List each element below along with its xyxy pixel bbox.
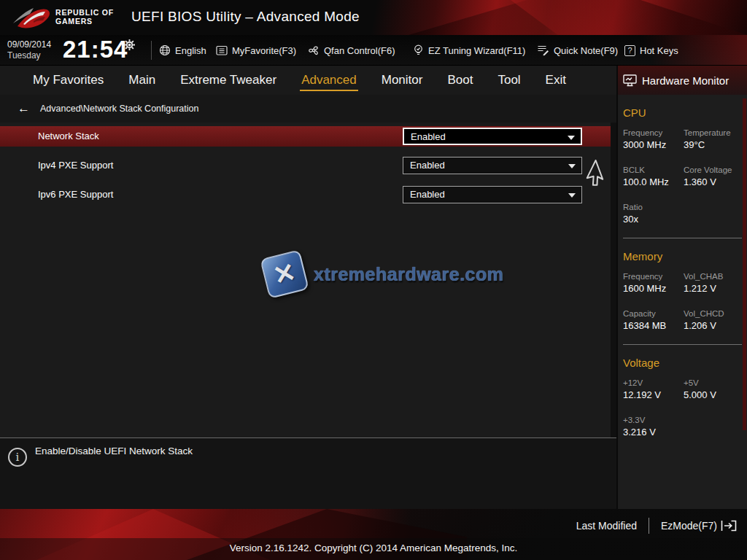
tab-tool[interactable]: Tool <box>485 66 533 95</box>
datetime-display: 09/09/2014 Tuesday <box>7 39 51 61</box>
ezmode-button[interactable]: EzMode(F7) <box>661 520 737 532</box>
date-text: 09/09/2014 <box>7 39 51 50</box>
watermark-text: xtremehardware.com <box>314 264 504 285</box>
language-label: English <box>175 45 206 56</box>
toolbar-divider <box>151 41 152 60</box>
day-text: Tuesday <box>7 50 51 61</box>
tab-main[interactable]: Main <box>116 66 168 95</box>
brand-text: REPUBLIC OF GAMERS <box>55 8 114 26</box>
ipv6-pxe-label: Ipv6 PXE Support <box>38 189 113 200</box>
ipv6-pxe-value: Enabled <box>410 189 445 200</box>
sidebar-scrollbar[interactable] <box>743 98 746 430</box>
memory-vol-chcd: Vol_CHCD 1.206 V <box>684 309 742 331</box>
network-stack-select[interactable]: Enabled <box>403 128 582 145</box>
favorites-list-icon <box>216 45 228 56</box>
cpu-bclk: BCLK 100.0 MHz <box>623 166 684 187</box>
ipv6-pxe-select[interactable]: Enabled <box>403 186 582 203</box>
tab-exit[interactable]: Exit <box>533 66 578 95</box>
hardware-monitor-header: Hardware Monitor <box>618 66 747 95</box>
voltage-section-title: Voltage <box>623 357 742 369</box>
help-panel: i Enable/Disable UEFI Network Stack <box>0 438 616 510</box>
chevron-down-icon <box>568 136 575 140</box>
main-menu-bar: My Favorites Main Extreme Tweaker Advanc… <box>0 66 616 95</box>
breadcrumb-bar: ← Advanced\Network Stack Configuration <box>0 95 616 122</box>
version-text: Version 2.16.1242. Copyright (C) 2014 Am… <box>0 538 747 560</box>
hardware-monitor-title: Hardware Monitor <box>642 74 729 87</box>
cpu-temperature: Temperature 39°C <box>684 128 742 150</box>
last-modified-button[interactable]: Last Modified <box>576 520 637 532</box>
lightbulb-icon <box>413 44 424 56</box>
info-icon: i <box>8 448 27 467</box>
memory-frequency: Frequency 1600 MHz <box>623 272 684 294</box>
tab-my-favorites[interactable]: My Favorites <box>20 66 116 95</box>
ez-tuning-wizard-button[interactable]: EZ Tuning Wizard(F11) <box>413 35 525 66</box>
setting-row-network-stack[interactable]: Network Stack Enabled <box>0 126 611 147</box>
quick-note-label: Quick Note(F9) <box>554 45 618 56</box>
fan-icon <box>308 44 320 56</box>
hot-keys-button[interactable]: ? Hot Keys <box>624 35 678 66</box>
memory-section-title: Memory <box>623 250 742 262</box>
memory-capacity: Capacity 16384 MB <box>623 309 684 331</box>
myfavorite-label: MyFavorite(F3) <box>232 45 296 56</box>
network-stack-value: Enabled <box>411 131 446 142</box>
memory-section: Frequency 1600 MHz Vol_CHAB 1.212 V Capa… <box>623 272 742 331</box>
voltage-12v: +12V 12.192 V <box>623 378 684 400</box>
network-stack-label: Network Stack <box>38 131 99 141</box>
chevron-down-icon <box>568 193 576 198</box>
chevron-down-icon <box>568 164 576 168</box>
cpu-core-voltage: Core Voltage 1.360 V <box>684 166 742 187</box>
hardware-monitor-panel: Hardware Monitor CPU Frequency 3000 MHz … <box>616 66 747 510</box>
help-text: Enable/Disable UEFI Network Stack <box>35 446 193 456</box>
ezmode-label: EzMode(F7) <box>661 520 717 532</box>
globe-icon <box>159 44 171 56</box>
settings-panel: Network Stack Enabled Ipv4 PXE Support E… <box>0 122 616 438</box>
language-button[interactable]: English <box>159 35 206 66</box>
myfavorite-button[interactable]: MyFavorite(F3) <box>216 35 296 66</box>
back-arrow-icon[interactable]: ← <box>18 101 30 116</box>
exit-arrow-icon <box>721 520 737 532</box>
voltage-section: +12V 12.192 V +5V 5.000 V +3.3V 3.216 V <box>623 378 742 438</box>
section-divider <box>623 238 742 238</box>
cpu-section-title: CPU <box>623 106 742 119</box>
title-bar: REPUBLIC OF GAMERS UEFI BIOS Utility – A… <box>0 0 747 35</box>
gear-icon[interactable] <box>124 39 135 50</box>
tab-advanced[interactable]: Advanced <box>289 66 369 95</box>
cpu-frequency: Frequency 3000 MHz <box>623 128 684 150</box>
breadcrumb: Advanced\Network Stack Configuration <box>40 104 198 114</box>
rog-logo-icon <box>12 4 51 31</box>
watermark-x-logo: ✕ <box>260 249 309 299</box>
cpu-ratio: Ratio 30x <box>623 203 684 225</box>
tab-boot[interactable]: Boot <box>435 66 485 95</box>
voltage-3v3: +3.3V 3.216 V <box>623 416 684 438</box>
quick-note-button[interactable]: Quick Note(F9) <box>537 35 618 66</box>
voltage-5v: +5V 5.000 V <box>684 378 742 400</box>
clock-display: 21:54 <box>63 36 128 63</box>
page-title: UEFI BIOS Utility – Advanced Mode <box>131 9 360 25</box>
monitor-icon <box>623 74 637 87</box>
tab-monitor[interactable]: Monitor <box>369 66 436 95</box>
bottom-action-bar: Last Modified EzMode(F7) <box>0 512 747 540</box>
qfan-label: Qfan Control(F6) <box>324 45 395 56</box>
qfan-control-button[interactable]: Qfan Control(F6) <box>308 35 395 66</box>
note-pen-icon <box>537 44 549 56</box>
ipv4-pxe-value: Enabled <box>410 160 445 171</box>
tab-extreme-tweaker[interactable]: Extreme Tweaker <box>168 66 289 95</box>
setting-row-ipv4-pxe[interactable]: Ipv4 PXE Support Enabled <box>0 155 611 176</box>
bottom-bar-divider <box>649 518 649 534</box>
hot-keys-label: Hot Keys <box>640 45 678 56</box>
question-box-icon: ? <box>624 45 635 56</box>
section-divider <box>623 344 742 345</box>
memory-vol-chab: Vol_CHAB 1.212 V <box>684 272 742 294</box>
setting-row-ipv6-pxe[interactable]: Ipv6 PXE Support Enabled <box>0 184 611 205</box>
ipv4-pxe-label: Ipv4 PXE Support <box>38 160 113 171</box>
xtremehardware-watermark: ✕ xtremehardware.com <box>264 254 504 295</box>
top-toolbar: 09/09/2014 Tuesday 21:54 English MyFavor… <box>0 35 747 66</box>
ez-tuning-label: EZ Tuning Wizard(F11) <box>428 45 525 56</box>
cpu-section: Frequency 3000 MHz Temperature 39°C BCLK… <box>623 128 742 225</box>
ipv4-pxe-select[interactable]: Enabled <box>403 157 582 174</box>
